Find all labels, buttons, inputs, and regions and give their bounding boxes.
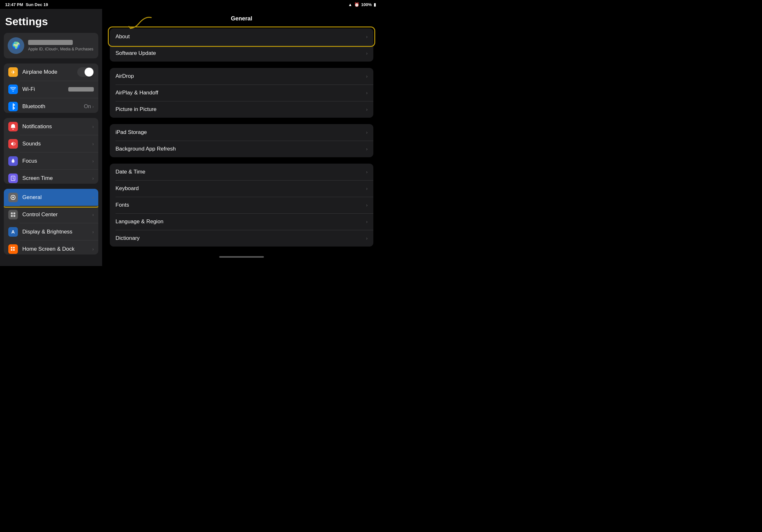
scroll-indicator <box>110 253 373 261</box>
panel-row-airdrop[interactable]: AirDrop › <box>110 68 373 85</box>
panel-row-datetime[interactable]: Date & Time › <box>110 164 373 180</box>
scroll-bar <box>219 256 264 258</box>
homescreen-chevron: › <box>92 246 94 252</box>
status-bar-right: ▲ ⏰ 100% ▮ <box>348 2 376 7</box>
panel-row-softwareupdate[interactable]: Software Update › <box>110 45 373 62</box>
screentime-icon <box>8 173 18 183</box>
general-group: General › Control Center › <box>4 189 98 254</box>
ipadstorage-chevron: › <box>366 130 368 135</box>
panel-row-fonts[interactable]: Fonts › <box>110 197 373 213</box>
datetime-label: Date & Time <box>115 169 366 175</box>
notifications-label: Notifications <box>22 123 92 130</box>
svg-rect-10 <box>13 249 15 251</box>
time-display: 12:47 PM <box>5 2 23 7</box>
panel-row-about[interactable]: About › <box>110 29 373 45</box>
wifi-name-blur <box>68 87 94 92</box>
displaybrightness-icon: A <box>8 227 18 237</box>
globe-icon: 🌍 <box>12 41 21 50</box>
sidebar-item-bluetooth[interactable]: Bluetooth On › <box>4 98 98 113</box>
panel-row-backgroundapp[interactable]: Background App Refresh › <box>110 141 373 157</box>
right-panel: General About › Software Update › <box>102 9 381 266</box>
bluetooth-chevron: › <box>92 104 94 109</box>
pip-label: Picture in Picture <box>115 106 366 112</box>
softwareupdate-chevron: › <box>366 51 368 56</box>
airplane-icon: ✈ <box>8 67 18 77</box>
displaybrightness-chevron: › <box>92 229 94 234</box>
ipadstorage-label: iPad Storage <box>115 129 366 136</box>
panel-group-4: Date & Time › Keyboard › Fonts › Languag… <box>110 164 373 246</box>
date-display: Sun Dec 19 <box>26 2 48 7</box>
toggle-thumb <box>85 68 94 77</box>
controlcenter-icon <box>8 210 18 220</box>
fonts-chevron: › <box>366 203 368 208</box>
sidebar-item-focus[interactable]: Focus › <box>4 153 98 170</box>
panel-group-2: AirDrop › AirPlay & Handoff › Picture in… <box>110 68 373 118</box>
status-bar-left: 12:47 PM Sun Dec 19 <box>5 2 48 7</box>
network-group: ✈ Airplane Mode Wi-Fi <box>4 63 98 113</box>
screentime-label: Screen Time <box>22 175 92 181</box>
wifi-icon <box>8 85 18 94</box>
focus-chevron: › <box>92 159 94 164</box>
panel-row-ipadstorage[interactable]: iPad Storage › <box>110 124 373 141</box>
panel-row-language[interactable]: Language & Region › <box>110 213 373 230</box>
bluetooth-icon <box>8 102 18 111</box>
sidebar: Settings 🌍 Apple ID, iCloud+, Media & Pu… <box>0 9 102 266</box>
svg-rect-9 <box>11 249 12 251</box>
homescreen-label: Home Screen & Dock <box>22 246 92 252</box>
language-chevron: › <box>366 219 368 224</box>
panel-row-pip[interactable]: Picture in Picture › <box>110 101 373 118</box>
language-label: Language & Region <box>115 219 366 225</box>
focus-icon <box>8 156 18 166</box>
backgroundapp-chevron: › <box>366 146 368 152</box>
panel-group-1: About › Software Update › <box>110 29 373 62</box>
status-bar: 12:47 PM Sun Dec 19 ▲ ⏰ 100% ▮ <box>0 0 381 9</box>
general-icon <box>8 193 18 202</box>
datetime-chevron: › <box>366 169 368 174</box>
general-label: General <box>22 194 92 201</box>
airplane-toggle[interactable] <box>77 67 94 77</box>
airplay-label: AirPlay & Handoff <box>115 90 366 96</box>
svg-rect-4 <box>13 212 15 214</box>
general-chevron: › <box>92 195 94 200</box>
notifications-chevron: › <box>92 124 94 129</box>
profile-section[interactable]: 🌍 Apple ID, iCloud+, Media & Purchases <box>4 33 98 58</box>
fonts-label: Fonts <box>115 202 366 208</box>
airdrop-chevron: › <box>366 74 368 79</box>
sidebar-title: Settings <box>0 9 102 33</box>
general-circle-wrapper: General › <box>4 189 98 206</box>
about-row-wrapper: About › <box>110 29 373 45</box>
homescreen-icon <box>8 244 18 254</box>
sidebar-item-homescreen[interactable]: Home Screen & Dock › <box>4 240 98 254</box>
notif-group: Notifications › Sounds › <box>4 118 98 184</box>
sidebar-item-sounds[interactable]: Sounds › <box>4 135 98 153</box>
profile-name-blur <box>28 40 73 45</box>
softwareupdate-label: Software Update <box>115 50 366 56</box>
about-chevron: › <box>366 34 368 39</box>
sidebar-item-airplane[interactable]: ✈ Airplane Mode <box>4 63 98 81</box>
sidebar-item-wifi[interactable]: Wi-Fi <box>4 81 98 98</box>
wifi-label: Wi-Fi <box>22 86 68 93</box>
panel-row-keyboard[interactable]: Keyboard › <box>110 180 373 197</box>
panel-row-airplay[interactable]: AirPlay & Handoff › <box>110 85 373 101</box>
wifi-icon: ▲ <box>348 2 352 7</box>
airplay-chevron: › <box>366 90 368 96</box>
sidebar-item-screentime[interactable]: Screen Time › <box>4 170 98 184</box>
sounds-chevron: › <box>92 141 94 146</box>
bluetooth-label: Bluetooth <box>22 103 84 110</box>
backgroundapp-label: Background App Refresh <box>115 146 366 152</box>
dictionary-label: Dictionary <box>115 235 366 241</box>
controlcenter-chevron: › <box>92 212 94 217</box>
keyboard-chevron: › <box>366 186 368 191</box>
svg-rect-7 <box>11 247 12 248</box>
controlcenter-label: Control Center <box>22 212 92 218</box>
panel-group-3: iPad Storage › Background App Refresh › <box>110 124 373 157</box>
sidebar-item-general[interactable]: General › <box>4 189 98 206</box>
panel-row-dictionary[interactable]: Dictionary › <box>110 230 373 246</box>
battery-display: 100% <box>361 2 372 7</box>
sidebar-item-notifications[interactable]: Notifications › <box>4 118 98 135</box>
svg-point-2 <box>12 196 14 198</box>
sidebar-item-displaybrightness[interactable]: A Display & Brightness › <box>4 223 98 240</box>
sounds-icon <box>8 139 18 149</box>
alarm-icon: ⏰ <box>354 2 359 7</box>
sidebar-item-controlcenter[interactable]: Control Center › <box>4 206 98 223</box>
